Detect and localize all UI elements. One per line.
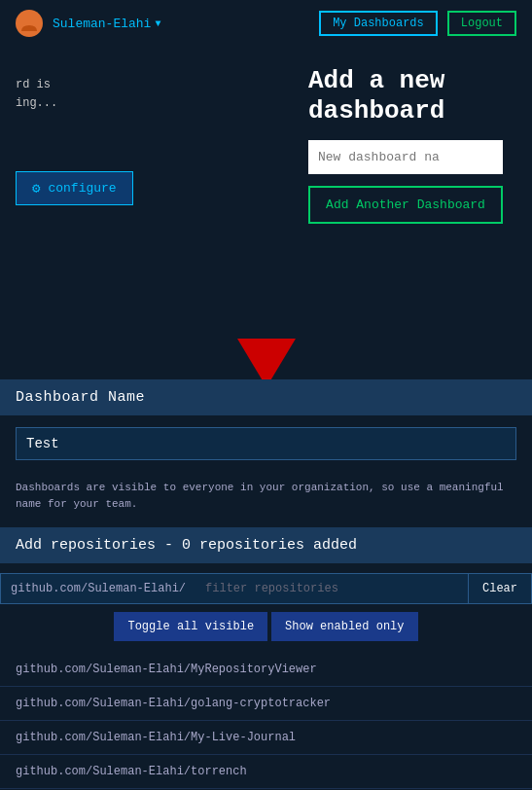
dashboard-name-input[interactable] (16, 427, 516, 460)
my-dashboards-button[interactable]: My Dashboards (319, 11, 438, 36)
dashboard-info-text: Dashboards are visible to everyone in yo… (0, 472, 532, 527)
loading-text: rd is ing... (16, 76, 161, 113)
configure-button[interactable]: ⚙ configure (16, 171, 133, 205)
add-dashboard-dialog: Add a new dashboard Add Another Dashboar… (308, 66, 503, 224)
new-dashboard-name-input[interactable] (308, 140, 503, 174)
clear-button[interactable]: Clear (468, 573, 532, 604)
list-item[interactable]: github.com/Suleman-Elahi/My-Live-Journal (0, 721, 532, 755)
toggle-row: Toggle all visible Show enabled only (0, 604, 532, 649)
dropdown-caret-icon: ▼ (155, 18, 160, 29)
left-panel-background: rd is ing... ⚙ configure (16, 76, 161, 205)
filter-prefix: github.com/Suleman-Elahi/ (0, 573, 195, 604)
toggle-all-visible-button[interactable]: Toggle all visible (114, 612, 267, 641)
username-label: Suleman-Elahi (53, 17, 151, 31)
username-dropdown[interactable]: Suleman-Elahi ▼ (53, 17, 160, 31)
filter-row: github.com/Suleman-Elahi/ Clear (0, 563, 532, 604)
add-dashboard-title: Add a new dashboard (308, 66, 503, 126)
bottom-section: Dashboard Name Dashboards are visible to… (0, 379, 532, 790)
gear-icon: ⚙ (32, 180, 40, 197)
dashboard-name-field (0, 415, 532, 472)
repos-section-header: Add repositories - 0 repositories added (0, 527, 532, 563)
loading-line2: ing... (16, 94, 161, 113)
loading-line1: rd is (16, 76, 161, 94)
navbar: Suleman-Elahi ▼ My Dashboards Logout (0, 0, 532, 47)
top-section: Suleman-Elahi ▼ My Dashboards Logout rd … (0, 0, 532, 379)
arrow-indicator (237, 339, 296, 379)
list-item[interactable]: github.com/Suleman-Elahi/golang-cryptotr… (0, 687, 532, 721)
avatar (16, 10, 43, 37)
add-another-dashboard-button[interactable]: Add Another Dashboard (308, 186, 503, 224)
dashboard-name-section-header: Dashboard Name (0, 379, 532, 415)
arrow-down-icon (237, 339, 296, 379)
show-enabled-only-button[interactable]: Show enabled only (271, 612, 417, 641)
logout-button[interactable]: Logout (447, 11, 516, 36)
filter-repositories-input[interactable] (195, 573, 468, 604)
background-content: rd is ing... ⚙ configure Add a new dashb… (0, 47, 532, 377)
svg-point-0 (25, 16, 33, 23)
list-item[interactable]: github.com/Suleman-Elahi/torrench (0, 755, 532, 789)
list-item[interactable]: github.com/Suleman-Elahi/MyRepositoryVie… (0, 653, 532, 687)
repository-list: github.com/Suleman-Elahi/MyRepositoryVie… (0, 649, 532, 790)
